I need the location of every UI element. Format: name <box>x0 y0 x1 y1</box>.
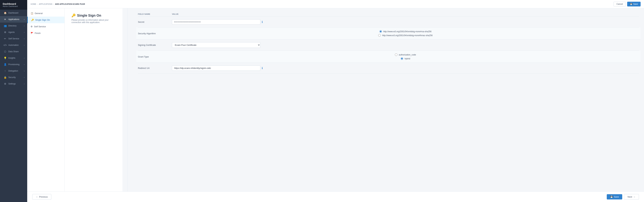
provisioning-icon: 👤 <box>3 63 7 66</box>
step-self-service-label: Self Service <box>34 25 46 28</box>
form-title: 🔑 Single Sign On <box>72 13 116 17</box>
save-button-bottom[interactable]: 💾 Save <box>607 194 622 200</box>
chevron-icon: ‹ <box>24 25 24 27</box>
redirect-uri-info-icon[interactable]: ℹ <box>262 67 263 70</box>
radio-authorization-code[interactable]: authorization_code <box>395 53 416 56</box>
secret-value: ℹ <box>172 19 639 25</box>
save-bottom-icon: 💾 <box>610 196 613 198</box>
agents-icon: ⚙ <box>3 31 7 34</box>
security-icon: 🔒 <box>3 76 7 79</box>
general-step-icon: 📋 <box>30 12 33 14</box>
col-value: VALUE <box>172 13 639 15</box>
sidebar-item-applications[interactable]: ✈ Applications ‹ <box>0 16 27 22</box>
form-title-icon: 🔑 <box>72 13 76 17</box>
applications-icon: ✈ <box>3 18 7 21</box>
form-description-area: 🔑 Single Sign On Please provide us infor… <box>64 8 122 192</box>
chevron-icon: ‹ <box>24 64 24 66</box>
sidebar-label-insights: Insights <box>8 57 15 59</box>
security-algorithm-value: http://www.w3.org/2001/04/xmldsig-more#r… <box>172 30 639 37</box>
security-algorithm-label: Security Algorithm <box>138 32 172 35</box>
sidebar-label-dashboard: Dashboard <box>8 12 18 14</box>
breadcrumb-applications[interactable]: APPLICATIONS <box>39 3 52 5</box>
sidebar-item-delegation[interactable]: ↑ Delegation ‹ <box>0 68 27 74</box>
chevron-icon: ‹ <box>24 31 24 33</box>
form-title-text: Single Sign On <box>77 13 101 17</box>
sidebar-label-provisioning: Provisioning <box>8 63 20 66</box>
sidebar-label-delegation: Delegation <box>8 70 18 72</box>
step-general[interactable]: 📋 General <box>27 10 64 17</box>
redirect-uri-input[interactable] <box>172 66 260 71</box>
sidebar: Dashboard Admin Dashboard 🏠 Dashboard ✈ … <box>0 0 27 202</box>
sidebar-subtitle: Admin Dashboard <box>3 5 24 7</box>
sidebar-item-directory[interactable]: 👥 Directory ‹ <box>0 22 27 29</box>
prev-arrow-icon: ← <box>36 196 38 198</box>
radio-hybrid[interactable]: hybrid <box>401 57 410 60</box>
sidebar-item-agents[interactable]: ⚙ Agents ‹ <box>0 29 27 35</box>
step-self-service[interactable]: ⚙ Self Service <box>27 23 64 30</box>
cancel-button[interactable]: Cancel <box>614 2 626 6</box>
radio-hmac-sha256-label: http://www.w3.org/2001/04/xmldsig-more#h… <box>382 34 432 37</box>
radio-authorization-code-input[interactable] <box>395 53 398 56</box>
step-sso-label: Single Sign On <box>35 19 50 21</box>
step-finish[interactable]: 🚩 Finish <box>27 30 64 36</box>
chevron-icon: ‹ <box>24 70 24 72</box>
secret-info-icon[interactable]: ℹ <box>262 20 263 24</box>
save-button-header[interactable]: 💾 Save <box>627 2 640 6</box>
vertical-divider <box>128 8 128 192</box>
main-area: HOME › APPLICATIONS › ADD APPLICATION EC… <box>27 0 644 202</box>
signing-certificate-select[interactable]: Ecare Puur Certificate <box>172 42 260 48</box>
sidebar-item-provisioning[interactable]: 👤 Provisioning ‹ <box>0 61 27 68</box>
step-finish-label: Finish <box>35 32 41 34</box>
chevron-icon: ‹ <box>24 57 24 59</box>
chevron-icon: ‹ <box>24 44 24 46</box>
redirect-uri-value: ℹ <box>172 66 639 71</box>
previous-button[interactable]: ← Previous <box>32 194 51 200</box>
signing-certificate-label: Signing Certificate <box>138 44 172 46</box>
sidebar-item-insights[interactable]: 💡 Insights ‹ <box>0 55 27 61</box>
step-single-sign-on[interactable]: 🔑 Single Sign On <box>27 17 64 23</box>
main-content-row: 🔑 Single Sign On Please provide us infor… <box>64 8 644 192</box>
fields-table: FIELD NAME VALUE Secret ℹ Security Algor… <box>133 8 644 192</box>
sidebar-item-settings[interactable]: ⚙ Settings ‹ <box>0 81 27 87</box>
sidebar-item-self-service[interactable]: ✏ Self Service ‹ <box>0 35 27 42</box>
sidebar-label-settings: Settings <box>8 83 16 85</box>
field-row-grant-type: Grant Type authorization_code hybrid <box>136 51 640 63</box>
self-service-step-icon: ⚙ <box>30 25 33 28</box>
breadcrumb-home[interactable]: HOME <box>30 3 36 5</box>
field-table-header: FIELD NAME VALUE <box>138 12 639 17</box>
grant-type-label: Grant Type <box>138 55 172 58</box>
breadcrumb-actions: Cancel 💾 Save <box>614 2 640 6</box>
radio-hmac-sha256[interactable]: http://www.w3.org/2001/04/xmldsig-more#h… <box>378 34 432 37</box>
secret-label: Secret <box>138 21 172 23</box>
previous-label: Previous <box>39 196 48 198</box>
sidebar-label-agents: Agents <box>8 31 14 33</box>
step-general-label: General <box>35 12 42 14</box>
next-arrow-icon: → <box>633 196 635 198</box>
sidebar-label-automation: Automation <box>8 44 19 46</box>
sidebar-item-automation[interactable]: </> Automation ‹ <box>0 42 27 48</box>
radio-hmac-sha256-input[interactable] <box>378 34 381 37</box>
next-button[interactable]: Next → <box>624 194 639 200</box>
radio-rsa-sha256-input[interactable] <box>380 30 382 33</box>
radio-hybrid-input[interactable] <box>401 57 403 60</box>
col-field-name: FIELD NAME <box>138 13 172 15</box>
chevron-icon: ‹ <box>24 18 24 20</box>
step-sidebar: 📋 General 🔑 Single Sign On ⚙ Self Servic… <box>27 8 64 192</box>
radio-rsa-sha256[interactable]: http://www.w3.org/2001/04/xmldsig-more#r… <box>380 30 432 33</box>
field-row-secret: Secret ℹ <box>138 17 639 27</box>
sidebar-title: Dashboard <box>3 2 24 5</box>
sidebar-item-security[interactable]: 🔒 Security ‹ <box>0 74 27 81</box>
breadcrumb: HOME › APPLICATIONS › ADD APPLICATION EC… <box>27 0 644 8</box>
directory-icon: 👥 <box>3 24 7 27</box>
sidebar-item-data-share[interactable]: ⬡ Data Share <box>0 48 27 55</box>
sidebar-label-applications: Applications <box>8 18 20 20</box>
delegation-icon: ↑ <box>3 70 7 72</box>
grant-type-value: authorization_code hybrid <box>172 53 639 60</box>
sidebar-item-dashboard[interactable]: 🏠 Dashboard <box>0 10 27 16</box>
secret-input[interactable] <box>172 19 260 25</box>
redirect-uri-label: Redirect Uri <box>138 67 172 69</box>
sidebar-header: Dashboard Admin Dashboard <box>0 0 27 10</box>
content-area: 📋 General 🔑 Single Sign On ⚙ Self Servic… <box>27 8 644 192</box>
radio-rsa-sha256-label: http://www.w3.org/2001/04/xmldsig-more#r… <box>383 30 432 33</box>
save-icon: 💾 <box>630 3 632 5</box>
